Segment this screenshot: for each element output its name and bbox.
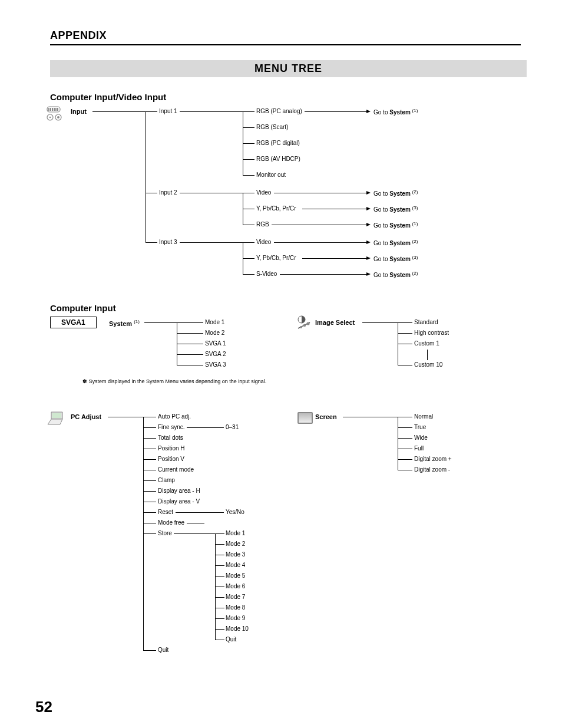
screen-normal: Normal bbox=[414, 413, 433, 420]
pc-adjust-root: PC Adjust bbox=[71, 413, 101, 420]
page-number: 52 bbox=[35, 698, 52, 716]
pc-totaldots: Total dots bbox=[158, 434, 183, 441]
input2-label: Input 2 bbox=[159, 189, 177, 196]
store-m5: Mode 5 bbox=[226, 572, 245, 579]
pc-reset-yn: Yes/No bbox=[226, 509, 244, 515]
store-m3: Mode 3 bbox=[226, 551, 245, 558]
arrow-icon bbox=[366, 110, 371, 113]
system-svga3: SVGA 3 bbox=[205, 361, 226, 368]
i2-video: Video bbox=[256, 189, 271, 196]
i3-svideo: S-Video bbox=[256, 271, 277, 277]
svg-rect-2 bbox=[50, 108, 51, 111]
input3-label: Input 3 bbox=[159, 239, 177, 245]
svg-point-14 bbox=[303, 324, 306, 327]
goto-system-2a: Go to System (2) bbox=[373, 189, 418, 197]
svga-box: SVGA1 bbox=[50, 317, 97, 328]
pc-store: Store bbox=[158, 530, 172, 536]
system-note: ✽ System displayed in the System Menu va… bbox=[82, 378, 266, 384]
i1-rgb-scart: RGB (Scart) bbox=[256, 124, 288, 130]
goto-system-3b: Go to System (3) bbox=[373, 255, 418, 262]
pc-auto: Auto PC adj. bbox=[158, 413, 191, 420]
store-m2: Mode 2 bbox=[226, 541, 245, 547]
pc-reset: Reset bbox=[158, 509, 173, 515]
arrow-icon bbox=[366, 256, 371, 260]
input1-label: Input 1 bbox=[159, 108, 177, 114]
arrow-icon bbox=[366, 272, 371, 276]
screen-zoomminus: Digital zoom - bbox=[414, 466, 450, 473]
system-svga1: SVGA 1 bbox=[205, 340, 226, 347]
goto-system-1b: Go to System (1) bbox=[373, 221, 418, 229]
store-m4: Mode 4 bbox=[226, 562, 245, 568]
arrow-icon bbox=[366, 223, 371, 226]
image-select-custom10: Custom 10 bbox=[414, 361, 442, 368]
system-mode2: Mode 2 bbox=[205, 330, 224, 336]
image-select-root: Image Select bbox=[315, 319, 355, 326]
laptop-icon bbox=[47, 411, 62, 426]
store-m1: Mode 1 bbox=[226, 530, 245, 536]
svg-point-15 bbox=[306, 322, 309, 325]
store-m9: Mode 9 bbox=[226, 615, 245, 621]
svg-rect-4 bbox=[54, 108, 55, 111]
image-select-icon bbox=[296, 315, 312, 331]
svg-rect-3 bbox=[52, 108, 53, 111]
store-m10: Mode 10 bbox=[226, 625, 249, 632]
i1-rgb-digital: RGB (PC digital) bbox=[256, 140, 300, 146]
store-m6: Mode 6 bbox=[226, 583, 245, 589]
image-select-standard: Standard bbox=[414, 319, 438, 325]
pc-posh: Position H bbox=[158, 445, 185, 452]
arrow-icon bbox=[366, 191, 371, 195]
pc-finesync: Fine sync. bbox=[158, 424, 185, 430]
i1-monitor-out: Monitor out bbox=[256, 172, 286, 178]
goto-system-1a: Go to System (1) bbox=[373, 108, 418, 116]
svg-marker-17 bbox=[48, 419, 62, 424]
pc-clamp: Clamp bbox=[158, 477, 175, 483]
computer-input-canvas: SVGA1 System (1) Mode 1 Mode 2 SVGA 1 SV… bbox=[50, 317, 527, 647]
svg-rect-1 bbox=[48, 108, 49, 111]
svg-point-10 bbox=[57, 116, 59, 118]
image-select-highcontrast: High contrast bbox=[414, 330, 449, 336]
screen-icon bbox=[297, 412, 313, 427]
i2-ypbcb: Y, Pb/Cb, Pr/Cr bbox=[256, 205, 296, 212]
screen-zoomplus: Digital zoom + bbox=[414, 456, 452, 462]
system-root-label: System (1) bbox=[109, 319, 140, 327]
system-mode1: Mode 1 bbox=[205, 319, 224, 325]
page: APPENDIX MENU TREE Computer Input/Video … bbox=[0, 0, 562, 728]
screen-true: True bbox=[414, 424, 426, 430]
svg-rect-5 bbox=[55, 108, 57, 111]
store-quit: Quit bbox=[226, 636, 236, 643]
i3-video: Video bbox=[256, 239, 271, 245]
input-tree-canvas: Input Input 1 RGB (PC analog) Go to Syst… bbox=[50, 106, 527, 282]
svg-point-8 bbox=[49, 117, 51, 118]
pc-quit: Quit bbox=[158, 647, 168, 653]
vertical-ellipsis bbox=[427, 350, 428, 360]
pc-dispareav: Display area - V bbox=[158, 498, 200, 505]
arrow-icon bbox=[366, 241, 371, 244]
pc-posv: Position V bbox=[158, 456, 184, 462]
store-m8: Mode 8 bbox=[226, 604, 245, 611]
image-select-custom1: Custom 1 bbox=[414, 340, 439, 347]
pc-modefree: Mode free bbox=[158, 519, 184, 526]
arrow-icon bbox=[366, 207, 371, 210]
svg-rect-6 bbox=[57, 108, 58, 111]
system-svga2: SVGA 2 bbox=[205, 351, 226, 357]
input-icon bbox=[47, 106, 62, 121]
screen-wide: Wide bbox=[414, 434, 428, 441]
section-heading-1: Computer Input/Video Input bbox=[50, 92, 527, 102]
i2-rgb: RGB bbox=[256, 221, 269, 228]
appendix-heading: APPENDIX bbox=[50, 29, 521, 45]
screen-full: Full bbox=[414, 445, 424, 452]
pc-dispareah: Display area - H bbox=[158, 487, 200, 494]
svg-point-13 bbox=[300, 326, 302, 328]
pc-finesync-range: 0–31 bbox=[226, 424, 239, 430]
i1-rgb-avhdcp: RGB (AV HDCP) bbox=[256, 156, 300, 162]
goto-system-2b: Go to System (2) bbox=[373, 239, 418, 246]
menu-tree-banner: MENU TREE bbox=[50, 60, 527, 77]
i1-rgb-analog: RGB (PC analog) bbox=[256, 108, 302, 114]
i3-ypbcb: Y, Pb/Cb, Pr/Cr bbox=[256, 255, 296, 261]
pc-currentmode: Current mode bbox=[158, 466, 194, 473]
screen-root: Screen bbox=[315, 413, 337, 420]
input-root-label: Input bbox=[71, 108, 87, 115]
svg-rect-18 bbox=[52, 413, 61, 418]
goto-system-2c: Go to System (2) bbox=[373, 271, 418, 278]
goto-system-3a: Go to System (3) bbox=[373, 205, 418, 213]
